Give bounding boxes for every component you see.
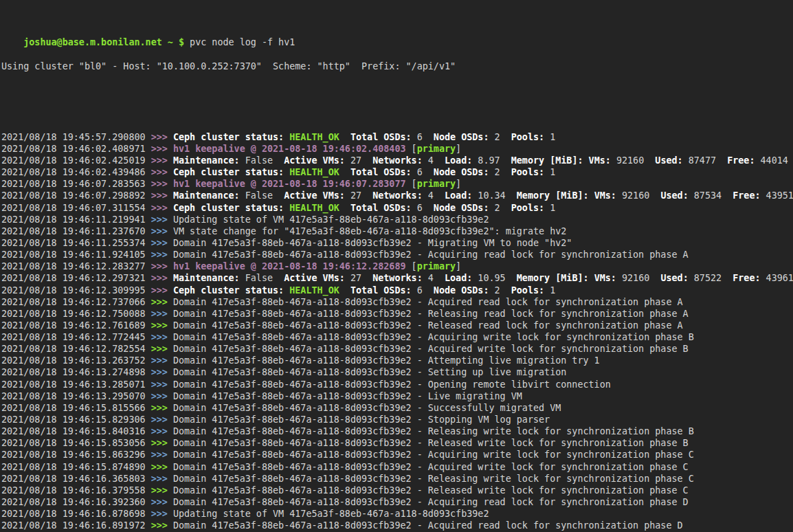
log-timestamp: 2021/08/18 19:46:12.761689 bbox=[1, 320, 151, 331]
log-text-segment bbox=[589, 190, 594, 201]
log-text-segment: Pools: bbox=[511, 203, 544, 213]
log-line: 2021/08/18 19:46:11.924105 >>> Domain 41… bbox=[1, 249, 793, 261]
log-arrow-icon: >>> bbox=[151, 214, 173, 225]
terminal-window[interactable]: joshua@base.m.bonilan.net ~ $ pvc node l… bbox=[0, 0, 793, 532]
log-arrow-icon: >>> bbox=[151, 132, 173, 142]
log-arrow-icon: >>> bbox=[151, 167, 173, 177]
log-line: 2021/08/18 19:46:16.392360 >>> Domain 41… bbox=[1, 496, 793, 508]
log-timestamp: 2021/08/18 19:46:13.285071 bbox=[1, 379, 151, 390]
log-text-segment bbox=[339, 167, 350, 177]
log-arrow-icon: >>> bbox=[151, 344, 173, 354]
log-text-segment: HEALTH_OK bbox=[289, 203, 339, 213]
log-timestamp: 2021/08/18 19:45:57.290800 bbox=[1, 132, 151, 142]
log-text-segment bbox=[583, 155, 589, 166]
log-text-segment: 87534 bbox=[689, 190, 733, 201]
log-arrow-icon: >>> bbox=[151, 179, 173, 189]
log-text-segment: Ceph cluster status: bbox=[173, 132, 289, 142]
log-text-segment: Load: bbox=[445, 273, 472, 283]
log-text-segment: 43961 bbox=[761, 273, 793, 283]
cluster-info-line: Using cluster "bl0" - Host: "10.100.0.25… bbox=[1, 60, 793, 72]
log-text-segment: 10.95 bbox=[472, 273, 517, 283]
log-line: 2021/08/18 19:46:16.878698 >>> Updating … bbox=[1, 508, 793, 520]
log-line: 2021/08/18 19:46:07.298892 >>> Maintenan… bbox=[1, 190, 793, 201]
log-text-segment: Domain 417e5a3f-88eb-467a-a118-8d093cfb3… bbox=[173, 462, 689, 472]
log-text-segment: False bbox=[240, 273, 284, 283]
log-text-segment: HEALTH_OK bbox=[289, 285, 339, 296]
log-text-segment: Domain 417e5a3f-88eb-467a-a118-8d093cfb3… bbox=[173, 367, 566, 377]
log-arrow-icon: >>> bbox=[151, 509, 173, 519]
log-text-segment: Node OSDs: bbox=[434, 132, 489, 142]
log-text-segment: VMs: bbox=[589, 155, 611, 166]
log-text-segment: Total OSDs: bbox=[350, 203, 412, 213]
log-text-segment: Memory [MiB]: bbox=[517, 273, 589, 283]
log-text-segment: ] bbox=[456, 144, 461, 154]
log-text-segment: Memory [MiB]: bbox=[517, 190, 589, 201]
log-line: 2021/08/18 19:46:16.891972 >>> Domain 41… bbox=[1, 520, 793, 531]
log-timestamp: 2021/08/18 19:46:13.274898 bbox=[1, 367, 151, 377]
log-timestamp: 2021/08/18 19:46:15.815566 bbox=[1, 403, 151, 413]
log-text-segment: Free: bbox=[733, 273, 760, 283]
log-timestamp: 2021/08/18 19:46:16.392360 bbox=[1, 497, 151, 507]
log-text-segment: 1 bbox=[544, 285, 555, 296]
log-text-segment: Pools: bbox=[511, 285, 544, 296]
log-arrow-icon: >>> bbox=[151, 190, 173, 201]
log-text-segment: 4 bbox=[423, 190, 445, 201]
log-timestamp: 2021/08/18 19:46:12.750088 bbox=[1, 309, 151, 319]
log-line: 2021/08/18 19:46:15.815566 >>> Domain 41… bbox=[1, 402, 793, 414]
log-line: 2021/08/18 19:46:11.219941 >>> Updating … bbox=[1, 214, 793, 225]
log-timestamp: 2021/08/18 19:46:15.874890 bbox=[1, 462, 151, 472]
log-text-segment: Domain 417e5a3f-88eb-467a-a118-8d093cfb3… bbox=[173, 238, 572, 248]
log-arrow-icon: >>> bbox=[151, 367, 173, 377]
log-text-segment: Maintenance: bbox=[173, 273, 240, 283]
log-timestamp: 2021/08/18 19:46:02.425019 bbox=[1, 155, 151, 166]
log-text-segment: 92160 bbox=[616, 190, 661, 201]
log-line: 2021/08/18 19:46:13.274898 >>> Domain 41… bbox=[1, 366, 793, 378]
log-line: 2021/08/18 19:46:12.782554 >>> Domain 41… bbox=[1, 343, 793, 355]
log-text-segment: 2 bbox=[489, 132, 511, 142]
log-text-segment: Domain 417e5a3f-88eb-467a-a118-8d093cfb3… bbox=[173, 344, 689, 354]
log-text-segment: 6 bbox=[412, 167, 434, 177]
log-timestamp: 2021/08/18 19:46:12.309995 bbox=[1, 285, 151, 296]
log-text-segment: Maintenance: bbox=[173, 155, 240, 166]
log-text-segment: hv1 keepalive @ 2021-08-18 19:46:07.2830… bbox=[173, 179, 412, 189]
log-text-segment: hv1 keepalive @ 2021-08-18 19:46:12.2826… bbox=[173, 261, 412, 271]
log-text-segment: 6 bbox=[412, 203, 434, 213]
log-text-segment: primary bbox=[417, 144, 456, 154]
log-arrow-icon: >>> bbox=[151, 391, 173, 401]
log-text-segment: Ceph cluster status: bbox=[173, 167, 289, 177]
log-text-segment: Domain 417e5a3f-88eb-467a-a118-8d093cfb3… bbox=[173, 355, 600, 366]
log-timestamp: 2021/08/18 19:46:16.379558 bbox=[1, 485, 151, 496]
command-text: pvc node log -f hv1 bbox=[190, 37, 295, 47]
log-line: 2021/08/18 19:46:15.840316 >>> Domain 41… bbox=[1, 425, 793, 437]
log-text-segment: 1 bbox=[544, 167, 555, 177]
log-text-segment: Networks: bbox=[372, 190, 423, 201]
log-text-segment: 44014 bbox=[755, 155, 788, 166]
log-line: 2021/08/18 19:46:15.853056 >>> Domain 41… bbox=[1, 437, 793, 449]
blank-line bbox=[1, 96, 793, 107]
log-text-segment: Load: bbox=[445, 155, 472, 166]
log-text-segment: Networks: bbox=[372, 273, 423, 283]
log-arrow-icon: >>> bbox=[151, 297, 173, 307]
log-timestamp: 2021/08/18 19:46:15.863296 bbox=[1, 450, 151, 460]
log-text-segment: Active VMs: bbox=[284, 273, 345, 283]
log-text-segment: 4 bbox=[423, 155, 445, 166]
log-text-segment: 92160 bbox=[616, 273, 661, 283]
log-text-segment: 2 bbox=[489, 285, 511, 296]
log-text-segment: 10.34 bbox=[472, 190, 517, 201]
log-line: 2021/08/18 19:45:57.290800 >>> Ceph clus… bbox=[1, 131, 793, 143]
log-line: 2021/08/18 19:46:13.285071 >>> Domain 41… bbox=[1, 379, 793, 390]
log-timestamp: 2021/08/18 19:46:07.298892 bbox=[1, 190, 151, 201]
log-timestamp: 2021/08/18 19:46:11.237670 bbox=[1, 226, 151, 236]
log-line: 2021/08/18 19:46:15.874890 >>> Domain 41… bbox=[1, 461, 793, 473]
log-text-segment: Domain 417e5a3f-88eb-467a-a118-8d093cfb3… bbox=[173, 403, 561, 413]
log-timestamp: 2021/08/18 19:46:13.295070 bbox=[1, 391, 151, 401]
log-timestamp: 2021/08/18 19:46:11.255374 bbox=[1, 238, 151, 248]
log-text-segment: primary bbox=[417, 261, 456, 271]
log-timestamp: 2021/08/18 19:46:02.439486 bbox=[1, 167, 151, 177]
log-arrow-icon: >>> bbox=[151, 332, 173, 342]
log-text-segment: Load: bbox=[445, 190, 472, 201]
log-line: 2021/08/18 19:46:11.255374 >>> Domain 41… bbox=[1, 237, 793, 249]
log-text-segment: HEALTH_OK bbox=[289, 132, 339, 142]
log-line: 2021/08/18 19:46:12.761689 >>> Domain 41… bbox=[1, 320, 793, 331]
log-text-segment: ] bbox=[456, 261, 461, 271]
